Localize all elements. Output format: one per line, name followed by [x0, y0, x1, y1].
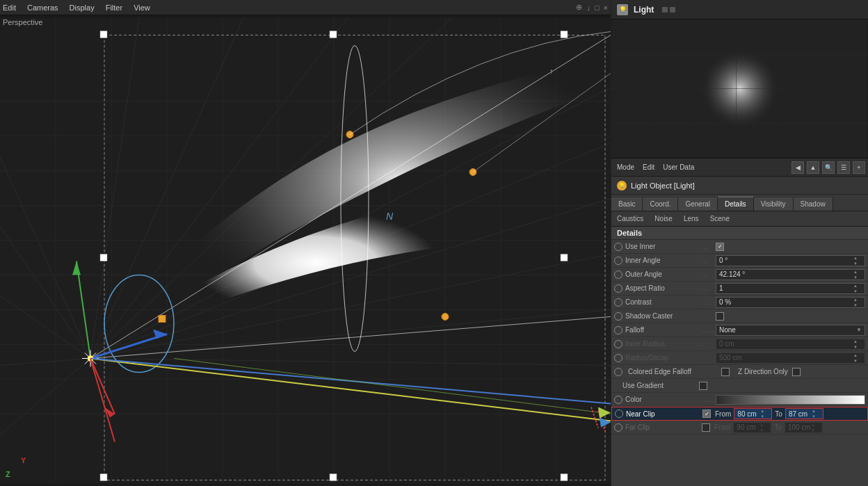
menu-display[interactable]: Display [70, 3, 95, 12]
near-clip-to-up[interactable]: ▲ [812, 408, 820, 414]
svg-rect-41 [561, 474, 568, 481]
near-clip-from-down[interactable]: ▼ [760, 414, 769, 419]
menu-filter[interactable]: Filter [106, 3, 122, 12]
near-clip-from-spinners[interactable]: ▲ ▼ [760, 408, 769, 419]
near-clip-checkbox[interactable]: ✓ [702, 410, 711, 418]
far-clip-to-value: 100 cm ▲ ▼ [785, 422, 823, 433]
near-clip-to-label: To [775, 410, 782, 418]
menu-cameras[interactable]: Cameras [27, 3, 58, 12]
near-clip-from-up[interactable]: ▲ [760, 408, 769, 414]
prop-aspect-ratio: Aspect Ratio ... 1 ▲ ▼ [611, 282, 868, 295]
outer-angle-spinners[interactable]: ▲ ▼ [853, 269, 862, 280]
inner-angle-bullet [614, 257, 622, 265]
near-clip-to-value[interactable]: 87 cm ▲ ▼ [785, 408, 823, 419]
outer-angle-down[interactable]: ▼ [853, 275, 862, 280]
use-inner-label: Use Inner [625, 243, 702, 250]
aspect-ratio-value[interactable]: 1 ▲ ▼ [716, 283, 865, 294]
attr-more-btn[interactable]: + [853, 161, 865, 174]
color-gradient[interactable] [716, 395, 865, 405]
contrast-spinners[interactable]: ▲ ▼ [853, 297, 862, 308]
outer-angle-bullet [614, 270, 622, 279]
far-clip-from-down: ▼ [760, 428, 768, 433]
far-clip-label: Far Clip [625, 423, 702, 431]
viewport-label: Perspective [3, 18, 42, 26]
shadow-caster-bullet [614, 312, 622, 321]
attr-search-btn[interactable]: 🔍 [822, 161, 835, 174]
z-direction-checkbox[interactable] [792, 368, 801, 376]
tab-noise[interactable]: Noise [649, 213, 678, 225]
use-gradient-checkbox[interactable] [699, 382, 707, 390]
aspect-ratio-spinners[interactable]: ▲ ▼ [853, 283, 862, 294]
tab-caustics[interactable]: Caustics [611, 213, 649, 225]
prop-use-inner: Use Inner .... ✓ [611, 240, 868, 254]
prop-falloff: Falloff ...... None ▼ [611, 323, 868, 337]
falloff-bullet [614, 326, 622, 334]
svg-rect-42 [330, 31, 337, 38]
near-clip-to-down[interactable]: ▼ [812, 414, 820, 419]
aspect-ratio-text: 1 [719, 284, 853, 292]
prop-use-gradient: Use Gradient [611, 379, 868, 393]
attr-edit-btn[interactable]: Edit [640, 162, 657, 172]
tab-shadow[interactable]: Shadow [794, 197, 833, 211]
far-clip-checkbox[interactable] [702, 423, 710, 432]
near-clip-to-text: 87 cm [789, 410, 812, 418]
inner-radius-down: ▼ [853, 344, 862, 350]
tab-general[interactable]: General [678, 197, 718, 211]
prop-inner-angle: Inner Angle ... 0 ° ▲ ▼ [611, 254, 868, 268]
near-clip-to-spinners[interactable]: ▲ ▼ [812, 408, 820, 419]
inner-angle-down[interactable]: ▼ [853, 261, 862, 266]
use-inner-bullet [614, 243, 622, 251]
aspect-ratio-label: Aspect Ratio [625, 284, 702, 292]
contrast-up[interactable]: ▲ [853, 297, 862, 302]
outer-angle-value[interactable]: 42.124 ° ▲ ▼ [716, 269, 865, 280]
radius-decay-up: ▲ [853, 353, 862, 358]
far-clip-from-spinners: ▲ ▼ [760, 422, 768, 433]
aspect-ratio-up[interactable]: ▲ [853, 283, 862, 289]
inner-angle-up[interactable]: ▲ [853, 255, 862, 261]
attr-mode-btn[interactable]: Mode [614, 162, 637, 172]
inner-angle-spinners[interactable]: ▲ ▼ [853, 255, 862, 266]
far-clip-from-value: 90 cm ▲ ▼ [733, 422, 771, 433]
svg-rect-38 [100, 31, 107, 38]
inner-angle-value[interactable]: 0 ° ▲ ▼ [716, 255, 865, 266]
attr-userdata-btn[interactable]: User Data [660, 162, 697, 172]
svg-rect-40 [100, 474, 107, 481]
contrast-value[interactable]: 0 % ▲ ▼ [716, 297, 865, 308]
prop-far-clip: Far Clip From 90 cm ▲ ▼ To 100 cm ▲ ▼ [611, 421, 868, 435]
shadow-caster-label: Shadow Caster [625, 312, 702, 320]
tab-details[interactable]: Details [718, 196, 754, 211]
use-inner-checkbox[interactable]: ✓ [716, 243, 724, 251]
svg-rect-44 [561, 254, 568, 261]
inner-angle-dots: ... [702, 257, 716, 264]
tab-lens[interactable]: Lens [678, 213, 705, 225]
attr-up-btn[interactable]: ▲ [807, 161, 819, 174]
tab-scene[interactable]: Scene [705, 213, 735, 225]
svg-point-52 [442, 314, 449, 321]
object-name: Light Object [Light] [631, 181, 695, 190]
panel-dots [662, 7, 675, 13]
use-gradient-label: Use Gradient [622, 382, 699, 389]
outer-angle-up[interactable]: ▲ [853, 269, 862, 275]
near-clip-bullet [615, 410, 623, 418]
far-clip-from-up: ▲ [760, 422, 768, 428]
svg-text:Z: Z [6, 470, 10, 478]
shadow-caster-checkbox[interactable] [716, 312, 724, 321]
falloff-dropdown[interactable]: None ▼ [716, 325, 865, 336]
near-clip-from-text: 80 cm [737, 410, 760, 418]
menu-view[interactable]: View [134, 3, 150, 12]
colored-edge-checkbox[interactable] [721, 368, 730, 376]
svg-text:↑: ↑ [549, 67, 554, 75]
near-clip-from-value[interactable]: 80 cm ▲ ▼ [734, 408, 772, 419]
preview-area[interactable] [611, 19, 868, 159]
viewport-3d[interactable]: Perspective [0, 15, 611, 486]
tab-visibility[interactable]: Visibility [754, 197, 794, 211]
contrast-down[interactable]: ▼ [853, 302, 862, 308]
tab-coord[interactable]: Coord. [643, 197, 678, 211]
menu-edit[interactable]: Edit [3, 3, 16, 12]
attr-back-btn[interactable]: ◀ [791, 161, 804, 174]
attributes-toolbar: Mode Edit User Data ◀ ▲ 🔍 ☰ + [611, 159, 868, 177]
aspect-ratio-down[interactable]: ▼ [853, 289, 862, 294]
attr-bookmark-btn[interactable]: ☰ [837, 161, 850, 174]
tab-basic[interactable]: Basic [611, 197, 643, 211]
svg-text:Y: Y [21, 456, 26, 464]
